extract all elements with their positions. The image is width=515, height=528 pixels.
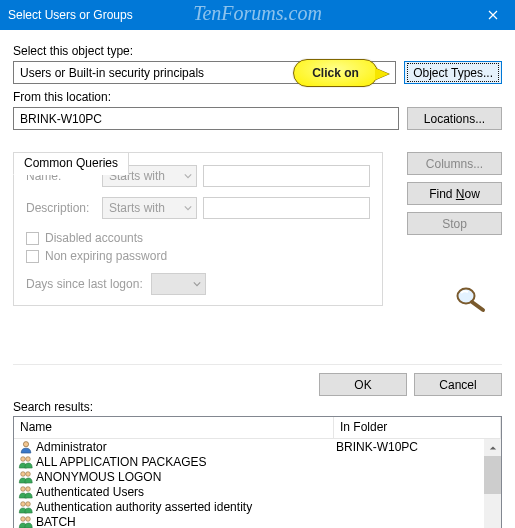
svg-point-11 <box>26 516 31 521</box>
table-row[interactable]: ANONYMOUS LOGON <box>14 469 484 484</box>
svg-point-8 <box>21 501 26 506</box>
find-now-button[interactable]: Find Now <box>407 182 502 205</box>
days-since-logon-select <box>151 273 206 295</box>
ok-button[interactable]: OK <box>319 373 407 396</box>
table-row[interactable]: Authenticated Users <box>14 484 484 499</box>
locations-button[interactable]: Locations... <box>407 107 502 130</box>
svg-point-1 <box>23 441 28 446</box>
stop-button: Stop <box>407 212 502 235</box>
result-name: Authentication authority asserted identi… <box>36 500 336 514</box>
tab-common-queries[interactable]: Common Queries <box>13 152 129 175</box>
watermark-text: TenForums.com <box>193 2 322 25</box>
group-icon <box>18 515 34 529</box>
table-row[interactable]: BATCH <box>14 514 484 528</box>
close-icon <box>488 10 498 20</box>
result-name: BATCH <box>36 515 336 529</box>
table-row[interactable]: Authentication authority asserted identi… <box>14 499 484 514</box>
window-title: Select Users or Groups <box>8 8 133 22</box>
result-folder: BRINK-W10PC <box>336 440 484 454</box>
name-filter-input <box>203 165 370 187</box>
result-name: ALL APPLICATION PACKAGES <box>36 455 336 469</box>
svg-point-4 <box>21 471 26 476</box>
group-icon <box>18 470 34 484</box>
scrollbar[interactable] <box>484 439 501 528</box>
search-icon <box>453 285 487 313</box>
divider <box>13 364 502 365</box>
chevron-up-icon <box>489 444 497 452</box>
description-filter-label: Description: <box>26 201 96 215</box>
title-bar: Select Users or Groups TenForums.com <box>0 0 515 30</box>
days-since-logon-label: Days since last logon: <box>26 277 143 291</box>
table-row[interactable]: ALL APPLICATION PACKAGES <box>14 454 484 469</box>
common-queries-panel: Name: Starts with Description: Starts wi… <box>13 152 383 306</box>
column-header-folder[interactable]: In Folder <box>334 417 501 439</box>
group-icon <box>18 455 34 469</box>
object-type-label: Select this object type: <box>13 44 502 58</box>
description-match-select: Starts with <box>102 197 197 219</box>
annotation-text: Click on <box>312 66 359 80</box>
svg-point-7 <box>26 486 31 491</box>
checkbox-box <box>26 232 39 245</box>
svg-point-9 <box>26 501 31 506</box>
dialog-client-area: Select this object type: Object Types...… <box>0 30 515 528</box>
disabled-accounts-checkbox: Disabled accounts <box>26 231 370 245</box>
group-icon <box>18 485 34 499</box>
column-header-name[interactable]: Name <box>14 417 334 439</box>
scroll-thumb[interactable] <box>484 456 501 494</box>
chevron-down-icon <box>184 172 192 180</box>
cancel-button[interactable]: Cancel <box>414 373 502 396</box>
result-name: Authenticated Users <box>36 485 336 499</box>
svg-point-2 <box>21 456 26 461</box>
svg-point-3 <box>26 456 31 461</box>
svg-point-5 <box>26 471 31 476</box>
svg-point-6 <box>21 486 26 491</box>
checkbox-box <box>26 250 39 263</box>
group-icon <box>18 500 34 514</box>
chevron-down-icon <box>193 280 201 288</box>
result-name: Administrator <box>36 440 336 454</box>
results-label: Search results: <box>13 400 502 414</box>
close-button[interactable] <box>470 0 515 30</box>
scroll-up-button[interactable] <box>484 439 501 456</box>
svg-point-10 <box>21 516 26 521</box>
location-label: From this location: <box>13 90 502 104</box>
non-expiring-password-checkbox: Non expiring password <box>26 249 370 263</box>
result-name: ANONYMOUS LOGON <box>36 470 336 484</box>
object-types-button[interactable]: Object Types... <box>404 61 502 84</box>
description-filter-input <box>203 197 370 219</box>
table-row[interactable]: AdministratorBRINK-W10PC <box>14 439 484 454</box>
columns-button: Columns... <box>407 152 502 175</box>
results-list[interactable]: Name In Folder AdministratorBRINK-W10PCA… <box>13 416 502 528</box>
chevron-down-icon <box>184 204 192 212</box>
location-field[interactable] <box>13 107 399 130</box>
user-icon <box>18 440 34 454</box>
annotation-callout: Click on <box>293 59 378 87</box>
